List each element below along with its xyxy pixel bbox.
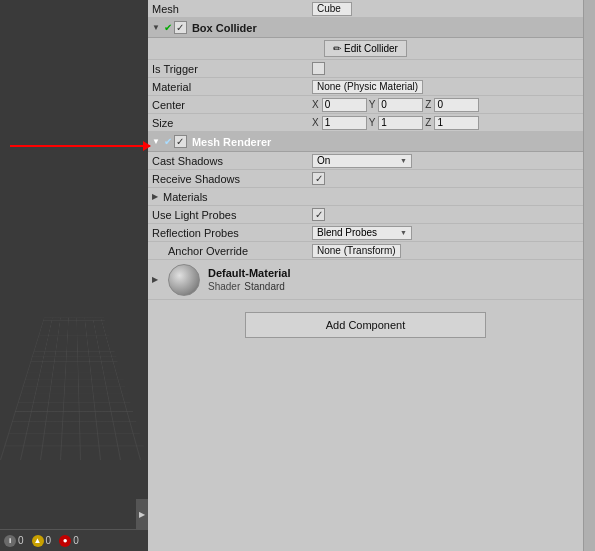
grid-lines: [0, 318, 148, 460]
edit-collider-row: ✏ Edit Collider: [148, 38, 583, 60]
pencil-icon: ✏: [333, 43, 341, 54]
anchor-override-value[interactable]: None (Transform): [312, 244, 401, 258]
reflection-probes-arrow-icon: ▼: [400, 229, 407, 236]
center-row: Center X 0 Y 0 Z 0: [148, 96, 583, 114]
material-sphere-icon: [168, 264, 200, 296]
size-label: Size: [152, 117, 173, 129]
size-row: Size X 1 Y 1 Z 1: [148, 114, 583, 132]
receive-shadows-row: Receive Shadows: [148, 170, 583, 188]
mesh-renderer-checkbox[interactable]: [174, 135, 187, 148]
box-collider-active-icon: ✔: [164, 22, 172, 33]
material-preview-row: ▶ Default-Material Shader Standard: [148, 260, 583, 300]
add-component-button[interactable]: Add Component: [245, 312, 487, 338]
center-y-label: Y: [369, 99, 376, 110]
material-row: Material None (Physic Material): [148, 78, 583, 96]
mesh-row: Mesh Cube: [148, 0, 583, 18]
mesh-value[interactable]: Cube: [312, 2, 352, 16]
anchor-override-label: Anchor Override: [168, 245, 248, 257]
is-trigger-label: Is Trigger: [152, 63, 198, 75]
error-count: 0: [73, 535, 79, 546]
material-info: Default-Material Shader Standard: [208, 267, 291, 292]
materials-toggle-icon[interactable]: ▶: [152, 192, 158, 201]
is-trigger-row: Is Trigger: [148, 60, 583, 78]
material-preview-toggle[interactable]: ▶: [152, 275, 158, 284]
center-x-label: X: [312, 99, 319, 110]
center-x-input[interactable]: 0: [322, 98, 367, 112]
warning-count: 0: [46, 535, 52, 546]
shader-value[interactable]: Standard: [244, 281, 285, 292]
shader-label: Shader: [208, 281, 240, 292]
edit-collider-button[interactable]: ✏ Edit Collider: [324, 40, 407, 57]
reflection-probes-value: Blend Probes: [317, 227, 377, 238]
status-bar: i 0 ▲ 0 ● 0: [0, 529, 148, 551]
error-status: ● 0: [59, 535, 79, 547]
error-icon: ●: [59, 535, 71, 547]
collapse-panel-button[interactable]: ▶: [136, 499, 148, 529]
cast-shadows-label: Cast Shadows: [152, 155, 223, 167]
size-z-input[interactable]: 1: [434, 116, 479, 130]
mesh-label: Mesh: [152, 3, 179, 15]
reflection-probes-label: Reflection Probes: [152, 227, 239, 239]
dropdown-arrow-icon: ▼: [400, 157, 407, 164]
edit-collider-label: Edit Collider: [344, 43, 398, 54]
materials-label: Materials: [163, 191, 208, 203]
reflection-probes-row: Reflection Probes Blend Probes ▼: [148, 224, 583, 242]
mesh-renderer-title: Mesh Renderer: [192, 136, 271, 148]
anchor-override-row: Anchor Override None (Transform): [148, 242, 583, 260]
size-y-input[interactable]: 1: [378, 116, 423, 130]
mesh-renderer-active-icon: ✔: [164, 136, 172, 147]
cast-shadows-row: Cast Shadows On ▼: [148, 152, 583, 170]
grid-overlay: [0, 0, 148, 460]
info-icon: i: [4, 535, 16, 547]
fields-area: Mesh Cube ▼ ✔ Box Collider ✏ Edit Collid…: [148, 0, 583, 551]
materials-foldout-row[interactable]: ▶ Materials: [148, 188, 583, 206]
cast-shadows-dropdown[interactable]: On ▼: [312, 154, 412, 168]
size-x-input[interactable]: 1: [322, 116, 367, 130]
center-label: Center: [152, 99, 185, 111]
box-collider-title: Box Collider: [192, 22, 257, 34]
warning-icon: ▲: [32, 535, 44, 547]
info-status: i 0: [4, 535, 24, 547]
material-value[interactable]: None (Physic Material): [312, 80, 423, 94]
box-collider-checkbox[interactable]: [174, 21, 187, 34]
box-collider-toggle[interactable]: ▼: [152, 23, 160, 32]
material-label: Material: [152, 81, 191, 93]
inspector-panel: Mesh Cube ▼ ✔ Box Collider ✏ Edit Collid…: [148, 0, 595, 551]
is-trigger-checkbox[interactable]: [312, 62, 325, 75]
center-y-input[interactable]: 0: [378, 98, 423, 112]
box-collider-header[interactable]: ▼ ✔ Box Collider: [148, 18, 583, 38]
size-x-label: X: [312, 117, 319, 128]
add-component-area: Add Component: [148, 300, 583, 350]
center-z-label: Z: [425, 99, 431, 110]
viewport-panel: ▶ i 0 ▲ 0 ● 0: [0, 0, 148, 551]
use-light-probes-row: Use Light Probes: [148, 206, 583, 224]
receive-shadows-checkbox[interactable]: [312, 172, 325, 185]
center-z-input[interactable]: 0: [434, 98, 479, 112]
cast-shadows-value: On: [317, 155, 330, 166]
shader-row: Shader Standard: [208, 281, 291, 292]
warning-status: ▲ 0: [32, 535, 52, 547]
mesh-renderer-header[interactable]: ▼ ✔ Mesh Renderer: [148, 132, 583, 152]
mesh-renderer-toggle[interactable]: ▼: [152, 137, 160, 146]
center-coords: X 0 Y 0 Z 0: [312, 98, 479, 112]
use-light-probes-checkbox[interactable]: [312, 208, 325, 221]
red-arrow-annotation: [10, 145, 150, 147]
size-y-label: Y: [369, 117, 376, 128]
size-coords: X 1 Y 1 Z 1: [312, 116, 479, 130]
receive-shadows-label: Receive Shadows: [152, 173, 240, 185]
scrollbar[interactable]: [583, 0, 595, 551]
use-light-probes-label: Use Light Probes: [152, 209, 236, 221]
size-z-label: Z: [425, 117, 431, 128]
material-name: Default-Material: [208, 267, 291, 279]
info-count: 0: [18, 535, 24, 546]
reflection-probes-dropdown[interactable]: Blend Probes ▼: [312, 226, 412, 240]
